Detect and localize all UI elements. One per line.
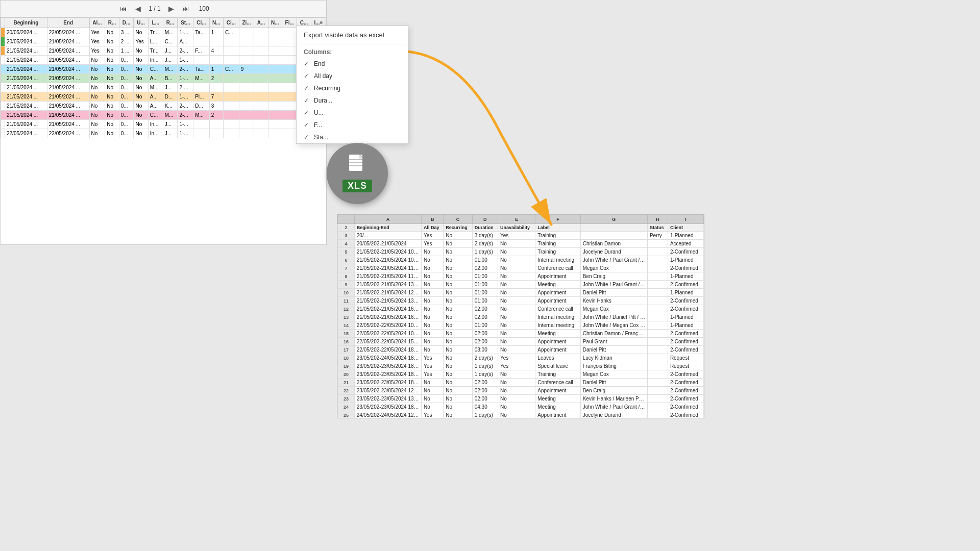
table-row: 21/05/2024 ...21/05/2024 ...NoNo0...NoIn… (1, 56, 326, 65)
column-sta-item[interactable]: ✓ Sta... (297, 131, 408, 143)
excel-col-i: I (668, 215, 703, 224)
excel-header-recurring: Recurring (444, 224, 472, 232)
excel-table: A B C D E F G H I 2 Beginning-End All Da… (337, 215, 704, 418)
excel-col-rownum (338, 215, 355, 224)
col-u[interactable]: U... (134, 18, 148, 28)
page-info: 1 / 1 (149, 5, 160, 12)
check-sta: ✓ (304, 134, 311, 141)
check-f: ✓ (304, 121, 311, 129)
excel-col-a: A (354, 215, 421, 224)
table-row: 21/05/2024 ...21/05/2024 ...YesNo1 ...No… (1, 46, 326, 56)
column-end-item[interactable]: ✓ End (297, 58, 408, 70)
col-end[interactable]: End (47, 18, 89, 28)
excel-col-b: B (422, 215, 444, 224)
column-end-label: End (314, 60, 325, 67)
check-end: ✓ (304, 60, 311, 67)
excel-header-people (580, 224, 647, 232)
col-n2[interactable]: N... (268, 18, 282, 28)
column-duration-item[interactable]: ✓ Dura... (297, 94, 408, 107)
column-recurring-item[interactable]: ✓ Recurring (297, 82, 408, 94)
column-allday-label: All day (314, 72, 332, 80)
table-row: 821/05/202-21/05/2024 11:00NoNo01:00NoAp… (338, 272, 704, 281)
table-row: 2023/05/202-23/05/2024 18:00YesNo1 day(s… (338, 370, 704, 379)
column-duration-label: Dura... (314, 97, 332, 104)
table-row: 1321/05/202-21/05/2024 16:00NoNo02:00NoI… (338, 313, 704, 321)
excel-header-beginning: Beginning-End (354, 224, 421, 232)
table-row: 21/05/2024 ...21/05/2024 ...NoNo0...NoA.… (1, 74, 326, 83)
excel-col-g: G (580, 215, 647, 224)
col-r2[interactable]: R... (163, 18, 178, 28)
table-row: 621/05/202-21/05/2024 10:00NoNo01:00NoIn… (338, 256, 704, 264)
table-row: 1422/05/202-22/05/2024 10:00NoNo01:00NoI… (338, 321, 704, 330)
col-st[interactable]: St... (178, 18, 193, 28)
nav-prev-button[interactable]: ◀ (133, 4, 143, 14)
table-row: 1221/05/202-21/05/2024 16:00NoNo02:00NoC… (338, 305, 704, 313)
column-f-item[interactable]: ✓ F... (297, 119, 408, 131)
col-cl[interactable]: Cl... (193, 18, 209, 28)
column-sta-label: Sta... (314, 134, 328, 141)
table-row: 21/05/2024 ...21/05/2024 ...NoNo0...NoC.… (1, 111, 326, 120)
grid-table: Beginning End Al... R... D... U... L... … (1, 17, 326, 138)
check-allday: ✓ (304, 72, 311, 80)
table-row: 2123/05/202-23/05/2024 18:00NoNo02:00NoC… (338, 379, 704, 387)
table-row: 721/05/202-21/05/2024 11:00NoNo02:00NoCo… (338, 264, 704, 272)
col-r[interactable]: R... (105, 18, 119, 28)
table-row: 20/05/2024 ...22/05/2024 ...YesNo3 ...No… (1, 28, 326, 37)
table-row: 320/...YesNo3 day(s)YesTrainingPerry1-Pl… (338, 232, 704, 240)
table-row: 420/05/202-21/05/2024YesNo2 day(s)NoTrai… (338, 240, 704, 248)
table-row: 2423/05/202-23/05/2024 18:00NoNo04:30NoM… (338, 403, 704, 411)
table-row: 2323/05/202-23/05/2024 13:00NoNo02:00NoM… (338, 395, 704, 403)
col-zi[interactable]: Zi... (239, 18, 254, 28)
col-a[interactable]: A... (254, 18, 268, 28)
table-row: 2524/05/202-24/05/2024 12:00YesNo1 day(s… (338, 411, 704, 419)
col-color (1, 18, 5, 28)
table-row: 921/05/202-21/05/2024 13:30NoNo01:00NoMe… (338, 281, 704, 289)
col-ci[interactable]: Ci... (224, 18, 239, 28)
table-row: 521/05/202-21/05/2024 10:00NoNo1 day(s)N… (338, 248, 704, 256)
nav-next-button[interactable]: ▶ (166, 4, 177, 14)
col-fi[interactable]: Fi... (282, 18, 297, 28)
excel-col-c: C (444, 215, 472, 224)
document-icon (348, 155, 366, 179)
col-n[interactable]: N... (209, 18, 223, 28)
table-row: 21/05/2024 ...21/05/2024 ...NoNo0...NoA.… (1, 102, 326, 111)
excel-col-e: E (498, 215, 535, 224)
excel-header-rownum: 2 (338, 224, 355, 232)
column-unavail-label: U... (314, 109, 324, 116)
excel-header-status: Status (647, 224, 668, 232)
nav-bar: ⏮ ◀ 1 / 1 ▶ ⏭ 100 (1, 1, 326, 17)
excel-panel: A B C D E F G H I 2 Beginning-End All Da… (337, 214, 704, 418)
check-duration: ✓ (304, 97, 311, 104)
column-unavail-item[interactable]: ✓ U... (297, 107, 408, 119)
xls-icon-wrap: XLS (327, 143, 388, 204)
col-d[interactable]: D... (119, 18, 134, 28)
nav-last-button[interactable]: ⏭ (180, 4, 192, 14)
xls-circle: XLS (327, 143, 388, 204)
table-row: 1021/05/202-21/05/2024 12:00NoNo01:00NoA… (338, 289, 704, 297)
column-allday-item[interactable]: ✓ All day (297, 70, 408, 82)
nav-first-button[interactable]: ⏮ (117, 4, 130, 14)
table-row: 1622/05/202-22/05/2024 15:00NoNo02:00NoA… (338, 338, 704, 346)
excel-header-duration: Duration (472, 224, 498, 232)
per-page: 100 (199, 5, 209, 12)
table-row: 22/05/2024 ...22/05/2024 ...NoNo0...NoIn… (1, 129, 326, 138)
column-f-label: F... (314, 121, 322, 129)
excel-header-allday: All Day (422, 224, 444, 232)
grid-header-row: Beginning End Al... R... D... U... L... … (1, 18, 326, 28)
table-row: 21/05/2024 ...21/05/2024 ...NoNo0...NoM.… (1, 83, 326, 92)
table-row: 2223/05/202-23/05/2024 12:00NoNo02:00NoA… (338, 387, 704, 395)
calendar-grid-panel: ⏮ ◀ 1 / 1 ▶ ⏭ 100 Beginning End Al... R.… (0, 0, 327, 245)
export-excel-button[interactable]: Export visible data as excel (297, 26, 408, 44)
table-row: 1121/05/202-21/05/2024 13:00NoNo01:00NoA… (338, 297, 704, 305)
check-unavail: ✓ (304, 109, 311, 116)
excel-data-header: 2 Beginning-End All Day Recurring Durati… (338, 224, 704, 232)
excel-col-header: A B C D E F G H I (338, 215, 704, 224)
table-row: 21/05/2024 ...21/05/2024 ...NoNo0...NoA.… (1, 92, 326, 102)
excel-header-unavail: Unavailability (498, 224, 535, 232)
col-l[interactable]: L... (148, 18, 163, 28)
excel-col-f: F (535, 215, 580, 224)
col-beginning[interactable]: Beginning (5, 18, 47, 28)
dropdown-menu: Export visible data as excel Columns: ✓ … (296, 26, 408, 144)
xls-label: XLS (342, 180, 372, 192)
col-al[interactable]: Al... (89, 18, 105, 28)
